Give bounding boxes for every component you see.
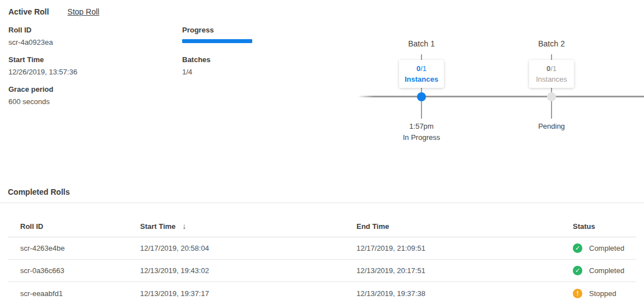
cell-roll-id: scr-4263e4be — [8, 244, 140, 252]
cell-roll-id: scr-0a36c663 — [8, 266, 140, 275]
batch-instances-card[interactable]: 0/1 Instances — [529, 60, 574, 88]
batch-instances-card[interactable]: 0/1 Instances — [399, 60, 444, 88]
table-row[interactable]: scr-eeaabfd1 12/13/2019, 19:37:17 12/13/… — [8, 282, 636, 304]
cell-start-time: 12/13/2019, 19:43:02 — [140, 266, 356, 275]
timeline-batch-1[interactable]: Batch 1 0/1 Instances 1:57pm In Progress — [377, 39, 466, 48]
roll-id-label: Roll ID — [8, 26, 77, 34]
stop-roll-link[interactable]: Stop Roll — [67, 7, 99, 16]
table-header-row: Roll ID Start Time↓ End Time Status — [8, 203, 636, 237]
column-header-status[interactable]: Status — [573, 222, 636, 231]
status-label: Completed — [589, 244, 624, 252]
cell-start-time: 12/17/2019, 20:58:04 — [140, 244, 356, 252]
batch-instance-count: 0/1 — [399, 63, 444, 74]
cell-end-time: 12/17/2019, 21:09:51 — [356, 244, 573, 252]
status-check-icon: ✓ — [573, 243, 582, 253]
timeline-batch-2[interactable]: Batch 2 0/1 Instances Pending — [507, 39, 596, 48]
batch-name: Batch 2 — [507, 39, 596, 48]
cell-roll-id: scr-eeaabfd1 — [8, 289, 140, 298]
progress-bar — [182, 39, 252, 43]
batch-instance-unit: Instances — [529, 74, 574, 85]
active-roll-section: Active Roll Stop Roll Roll ID scr-4a0923… — [0, 0, 644, 178]
timeline-dot-pending — [547, 92, 556, 101]
batch-instance-unit: Instances — [399, 74, 444, 85]
completed-rolls-section: Completed Rolls Roll ID Start Time↓ End … — [0, 178, 644, 304]
cell-status: ! Stopped — [573, 289, 636, 298]
status-check-icon: ✓ — [573, 266, 582, 275]
roll-timeline: Batch 1 0/1 Instances 1:57pm In Progress… — [358, 39, 644, 151]
start-time-value: 12/26/2019, 13:57:36 — [8, 68, 77, 76]
batches-value: 1/4 — [182, 68, 252, 76]
active-roll-title: Active Roll — [8, 7, 49, 16]
cell-status: ✓ Completed — [573, 266, 636, 275]
sort-descending-icon[interactable]: ↓ — [182, 222, 186, 231]
cell-start-time: 12/13/2019, 19:37:17 — [140, 289, 356, 298]
progress-column: Progress Batches 1/4 — [182, 26, 252, 84]
start-time-label: Start Time — [8, 55, 77, 64]
column-header-roll-id[interactable]: Roll ID — [8, 222, 140, 231]
progress-label: Progress — [182, 26, 252, 34]
status-label: Completed — [589, 266, 624, 275]
status-label: Stopped — [589, 289, 616, 298]
roll-id-value: scr-4a0923ea — [8, 38, 77, 46]
timeline-axis — [358, 96, 644, 97]
cell-status: ✓ Completed — [573, 243, 636, 253]
timeline-dot-active — [417, 92, 426, 101]
cell-end-time: 12/13/2019, 19:37:38 — [356, 289, 573, 298]
batch-time: Pending — [507, 122, 596, 130]
table-row[interactable]: scr-0a36c663 12/13/2019, 19:43:02 12/13/… — [8, 260, 636, 282]
grace-period-field: Grace period 600 seconds — [8, 85, 77, 106]
batches-label: Batches — [182, 55, 252, 64]
roll-details: Roll ID scr-4a0923ea Start Time 12/26/20… — [8, 26, 77, 115]
progress-bar-fill — [182, 39, 252, 43]
cell-end-time: 12/13/2019, 20:17:51 — [356, 266, 573, 275]
completed-rolls-title: Completed Rolls — [8, 187, 644, 196]
batch-name: Batch 1 — [377, 39, 466, 48]
batch-status: In Progress — [377, 133, 466, 142]
grace-period-label: Grace period — [8, 85, 77, 93]
column-header-start-time[interactable]: Start Time↓ — [140, 222, 356, 231]
batch-time: 1:57pm — [377, 122, 466, 130]
column-header-end-time[interactable]: End Time — [356, 222, 573, 231]
roll-id-field: Roll ID scr-4a0923ea — [8, 26, 77, 46]
completed-rolls-table: Roll ID Start Time↓ End Time Status scr-… — [8, 203, 636, 304]
grace-period-value: 600 seconds — [8, 97, 77, 106]
start-time-field: Start Time 12/26/2019, 13:57:36 — [8, 55, 77, 76]
active-roll-header: Active Roll Stop Roll — [8, 7, 99, 16]
status-warning-icon: ! — [573, 289, 582, 298]
batch-instance-count: 0/1 — [529, 63, 574, 74]
table-row[interactable]: scr-4263e4be 12/17/2019, 20:58:04 12/17/… — [8, 237, 636, 260]
